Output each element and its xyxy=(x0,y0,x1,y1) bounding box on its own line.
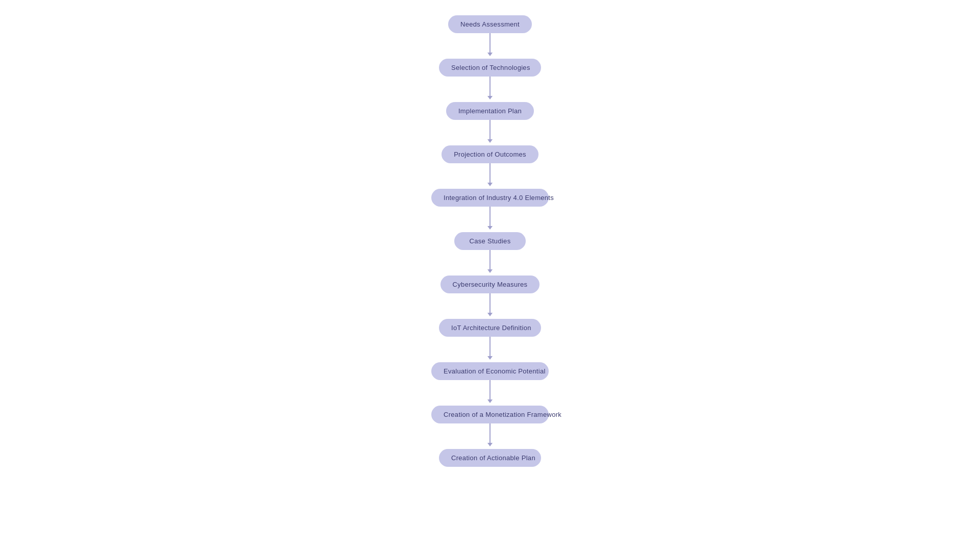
flow-arrow-case-studies xyxy=(487,250,493,276)
flow-node-creation-actionable[interactable]: Creation of Actionable Plan xyxy=(439,449,541,467)
flow-arrow-integration-industry xyxy=(487,207,493,232)
flow-node-projection-outcomes[interactable]: Projection of Outcomes xyxy=(442,145,538,163)
flow-node-integration-industry[interactable]: Integration of Industry 4.0 Elements xyxy=(431,189,549,207)
flowchart: Needs AssessmentSelection of Technologie… xyxy=(388,5,592,477)
flow-node-needs-assessment[interactable]: Needs Assessment xyxy=(448,15,532,33)
flow-arrow-evaluation-economic xyxy=(487,380,493,406)
flow-node-case-studies[interactable]: Case Studies xyxy=(454,232,526,250)
flow-arrow-implementation-plan xyxy=(487,120,493,145)
flow-node-creation-monetization[interactable]: Creation of a Monetization Framework xyxy=(431,406,549,423)
flow-node-iot-architecture[interactable]: IoT Architecture Definition xyxy=(439,319,541,337)
flow-node-implementation-plan[interactable]: Implementation Plan xyxy=(446,102,534,120)
flow-arrow-creation-monetization xyxy=(487,423,493,449)
flow-arrow-selection-technologies xyxy=(487,77,493,102)
flow-arrow-iot-architecture xyxy=(487,337,493,362)
flow-node-cybersecurity-measures[interactable]: Cybersecurity Measures xyxy=(440,276,540,293)
flow-arrow-needs-assessment xyxy=(487,33,493,59)
flow-arrow-cybersecurity-measures xyxy=(487,293,493,319)
flow-node-evaluation-economic[interactable]: Evaluation of Economic Potential xyxy=(431,362,549,380)
flow-node-selection-technologies[interactable]: Selection of Technologies xyxy=(439,59,541,77)
flow-arrow-projection-outcomes xyxy=(487,163,493,189)
